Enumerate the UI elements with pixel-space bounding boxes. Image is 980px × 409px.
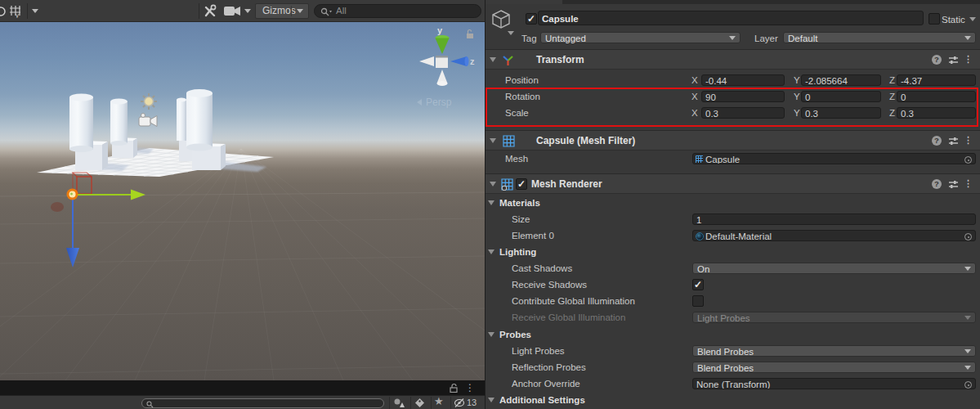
- kebab-menu-icon[interactable]: ⋮: [964, 135, 973, 146]
- axis-x-label: X: [691, 75, 698, 85]
- additional-settings-group-row[interactable]: Additional Settings: [486, 392, 980, 408]
- presets-icon[interactable]: [948, 179, 959, 190]
- object-picker-icon[interactable]: [964, 233, 972, 240]
- separator: [389, 397, 390, 409]
- static-checkbox[interactable]: [929, 13, 940, 25]
- presets-icon[interactable]: [948, 136, 959, 146]
- lighting-group-row[interactable]: Lighting: [486, 244, 980, 260]
- scene-viewport[interactable]: y z Persp: [0, 22, 485, 380]
- separator: [431, 397, 432, 409]
- active-checkbox[interactable]: [526, 13, 537, 25]
- materials-group-row[interactable]: Materials: [486, 195, 980, 211]
- camera-icon[interactable]: [224, 6, 242, 16]
- kebab-menu-icon[interactable]: ⋮: [964, 54, 973, 65]
- toolbar-separator: [199, 3, 199, 19]
- kebab-menu-icon[interactable]: ⋮: [964, 178, 973, 189]
- position-z-field[interactable]: -4.37: [897, 74, 976, 86]
- tag-filter-icon[interactable]: [414, 398, 426, 408]
- name-field[interactable]: Capsule: [538, 11, 924, 25]
- search-placeholder: All: [336, 6, 347, 16]
- presets-icon[interactable]: [948, 55, 959, 65]
- reflection-probes-row: Reflection Probes Blend Probes: [486, 359, 980, 375]
- transform-title: Transform: [536, 54, 584, 65]
- lighting-foldout[interactable]: [488, 249, 494, 254]
- position-y-field[interactable]: -2.085664: [801, 74, 881, 86]
- layer-value: Default: [788, 34, 817, 43]
- gizmos-dropdown[interactable]: Gizmos: [255, 3, 309, 19]
- tag-dropdown[interactable]: Untagged: [540, 32, 741, 43]
- separator: [450, 397, 451, 409]
- materials-foldout[interactable]: [488, 200, 494, 205]
- grid-snap-icon[interactable]: y: [9, 5, 22, 18]
- mesh-renderer-foldout[interactable]: [490, 182, 496, 187]
- reflection-probes-label: Reflection Probes: [512, 362, 586, 372]
- transform-icon: [502, 54, 514, 66]
- mesh-renderer-header[interactable]: Mesh Renderer ? ⋮: [486, 173, 980, 194]
- light-probes-dropdown[interactable]: Blend Probes: [692, 345, 976, 357]
- probes-foldout[interactable]: [488, 332, 494, 337]
- unlock-icon[interactable]: [449, 383, 459, 393]
- search-icon: [146, 401, 154, 408]
- object-picker-icon[interactable]: [964, 381, 972, 389]
- hidden-objects-icon[interactable]: [454, 398, 467, 408]
- help-icon[interactable]: ?: [932, 179, 942, 189]
- gameobject-icon-caret[interactable]: [508, 31, 514, 35]
- lighting-title: Lighting: [499, 247, 536, 257]
- reflection-probes-dropdown[interactable]: Blend Probes: [692, 362, 976, 373]
- additional-settings-title: Additional Settings: [499, 395, 585, 405]
- directional-light-gizmo[interactable]: [141, 93, 157, 110]
- scene-search-input[interactable]: All: [314, 4, 481, 18]
- axis-z-label: z: [470, 56, 475, 66]
- receive-gi-dropdown: Light Probes: [692, 312, 976, 323]
- selected-object[interactable]: [67, 189, 78, 200]
- mesh-row: Mesh Capsule: [486, 151, 980, 167]
- contribute-gi-row: Contribute Global Illumination: [486, 293, 980, 309]
- cast-shadows-label: Cast Shadows: [512, 263, 572, 273]
- material-icon: [696, 232, 704, 240]
- object-picker-icon[interactable]: [964, 156, 972, 164]
- size-label: Size: [512, 214, 530, 224]
- mesh-renderer-title: Mesh Renderer: [531, 178, 602, 190]
- hierarchy-search-input[interactable]: [141, 398, 384, 408]
- mesh-filter-title: Capsule (Mesh Filter): [536, 135, 635, 146]
- position-label: Position: [505, 75, 539, 85]
- gameobject-filter-icon[interactable]: [393, 398, 405, 408]
- star-filter-icon[interactable]: ★: [434, 395, 444, 407]
- receive-gi-row: Receive Global Illumination Light Probes: [486, 309, 980, 326]
- anchor-override-row: Anchor Override None (Transform): [486, 375, 980, 392]
- persp-arrow-icon[interactable]: [417, 99, 422, 106]
- contribute-gi-checkbox[interactable]: [692, 295, 704, 307]
- cut-tool-icon[interactable]: [0, 6, 7, 17]
- receive-shadows-checkbox[interactable]: [692, 279, 704, 290]
- anchor-override-field[interactable]: None (Transform): [692, 378, 976, 389]
- static-caret[interactable]: [969, 17, 976, 21]
- size-field[interactable]: 1: [692, 213, 976, 225]
- mesh-filter-header[interactable]: Capsule (Mesh Filter) ? ⋮: [486, 130, 980, 151]
- transform-foldout[interactable]: [490, 57, 496, 62]
- tools-icon[interactable]: [203, 4, 219, 19]
- additional-settings-foldout[interactable]: [488, 398, 494, 402]
- persp-label[interactable]: Persp: [426, 97, 451, 108]
- mesh-filter-foldout[interactable]: [490, 138, 496, 143]
- panel-menu-icon[interactable]: ⋮: [465, 382, 475, 393]
- gameobject-cube-icon[interactable]: [490, 9, 513, 32]
- layer-dropdown[interactable]: Default: [783, 32, 976, 43]
- cast-shadows-dropdown[interactable]: On: [692, 263, 976, 274]
- lock-icon[interactable]: [467, 30, 473, 39]
- mesh-renderer-enabled-checkbox[interactable]: [516, 178, 527, 190]
- element0-object-field[interactable]: Default-Material: [692, 230, 976, 241]
- inspector-tab[interactable]: [486, 0, 562, 4]
- anchor-override-value: None (Transform): [696, 380, 770, 389]
- gizmos-caret: [297, 9, 303, 13]
- help-icon[interactable]: ?: [932, 55, 942, 65]
- position-x-field[interactable]: -0.44: [701, 74, 785, 86]
- scene-orientation-gizmo[interactable]: [419, 35, 469, 86]
- grid-snap-dropdown-caret[interactable]: [32, 9, 38, 13]
- camera-gizmo[interactable]: [139, 114, 157, 127]
- help-icon[interactable]: ?: [932, 136, 942, 146]
- dim-capsule-ghost: [51, 202, 64, 212]
- mesh-object-field[interactable]: Capsule: [692, 153, 976, 164]
- transform-header[interactable]: Transform ? ⋮: [486, 49, 980, 70]
- camera-dropdown-caret[interactable]: [244, 9, 251, 13]
- probes-group-row[interactable]: Probes: [486, 326, 980, 343]
